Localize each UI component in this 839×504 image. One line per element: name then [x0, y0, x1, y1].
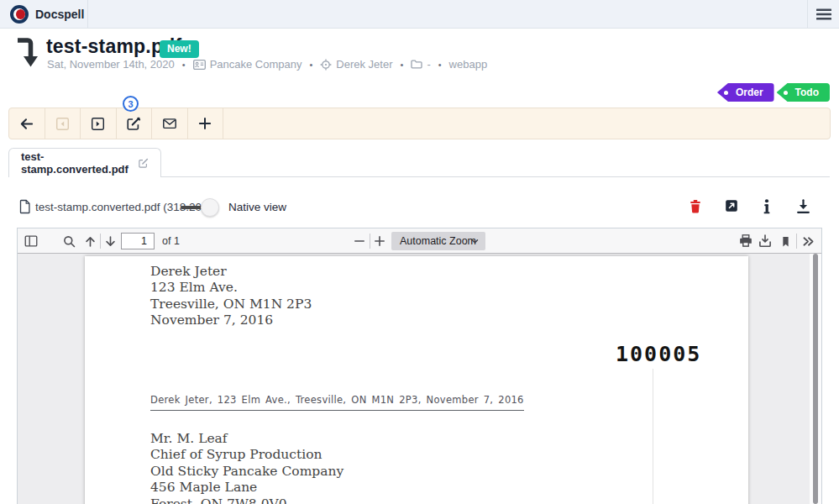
pdfjs-toolbar: of 1 Automatic Zoom [18, 228, 821, 254]
zoom-select[interactable]: Automatic Zoom [391, 232, 485, 250]
source-value: webapp [449, 58, 488, 71]
tag-todo[interactable]: Todo [777, 83, 830, 102]
arrow-up-icon [83, 234, 97, 249]
top-navbar: Docspell [0, 0, 839, 29]
pdf-canvas-area: Derek Jeter 123 Elm Ave. Treesville, ON … [18, 254, 821, 504]
page-number-input[interactable] [121, 233, 155, 249]
divider [100, 234, 101, 249]
rename-icon[interactable] [138, 156, 149, 170]
sidebar-toggle-button[interactable] [23, 233, 39, 249]
item-toolbar [8, 108, 831, 139]
correspondent-org[interactable]: Pancake Company [193, 58, 302, 71]
address-card-icon [193, 60, 206, 70]
edit-item-button[interactable] [117, 108, 153, 139]
native-view-label: Native view [228, 201, 286, 213]
scrollbar-thumb[interactable] [813, 254, 818, 504]
hamburger-icon [816, 8, 831, 20]
page-count-label: of 1 [162, 235, 180, 247]
arrow-down-icon [103, 234, 118, 249]
stamp-number: 100005 [616, 342, 701, 366]
external-link-square-icon [725, 199, 738, 213]
sender-address-block: Derek Jeter 123 Elm Ave. Treesville, ON … [150, 264, 312, 329]
add-button[interactable] [188, 108, 224, 139]
app-window: Docspell test-stamp.pdf New! Sat, Novemb… [0, 0, 839, 504]
level-down-icon [14, 35, 39, 69]
bookmark-icon [779, 234, 792, 249]
find-button[interactable] [60, 233, 77, 249]
trash-icon [689, 199, 702, 214]
new-badge: New! [160, 40, 199, 58]
double-chevron-right-icon [801, 234, 815, 249]
hamburger-menu-button[interactable] [807, 0, 839, 28]
next-page-button[interactable] [102, 233, 118, 249]
edit-icon [126, 116, 141, 131]
caret-square-left-icon [55, 117, 70, 131]
scrollbar-track[interactable] [810, 254, 821, 504]
item-metadata: Sat, November 14th, 2020 • Pancake Compa… [47, 58, 487, 71]
info-icon [761, 199, 773, 214]
letter-header-line: Derek Jeter, 123 Elm Ave., Treesville, O… [150, 394, 524, 411]
search-icon [62, 234, 76, 249]
download-attachment-button[interactable] [796, 199, 810, 214]
folder-value[interactable]: - [411, 58, 430, 71]
print-icon [738, 234, 753, 249]
zoom-select-value: Automatic Zoom [391, 235, 476, 247]
zoom-in-button[interactable] [371, 233, 388, 249]
zoom-out-button[interactable] [351, 233, 368, 249]
arrow-left-icon [18, 116, 34, 132]
tag-dot [784, 91, 788, 95]
plus-icon [373, 234, 386, 248]
tag-order[interactable]: Order [717, 83, 774, 102]
brand-label: Docspell [35, 8, 84, 21]
more-tools-button[interactable] [800, 233, 816, 249]
item-date: Sat, November 14th, 2020 [47, 58, 175, 71]
envelope-icon [162, 116, 177, 131]
pdf-page: Derek Jeter 123 Elm Ave. Treesville, ON … [85, 256, 748, 504]
sidebar-toggle-icon [24, 234, 39, 249]
save-button[interactable] [757, 233, 773, 249]
tab-label: test-stamp.converted.pdf [21, 150, 130, 176]
tag-dot [724, 91, 728, 95]
native-view-toggle[interactable] [181, 198, 219, 217]
file-icon [18, 199, 31, 214]
file-info-button[interactable] [761, 199, 773, 214]
minus-icon [353, 234, 366, 248]
caret-square-right-icon [91, 117, 105, 131]
previous-page-button[interactable] [81, 233, 98, 249]
toggle-knob[interactable] [201, 198, 219, 217]
correspondent-person[interactable]: Derek Jeter [320, 58, 392, 71]
previous-item-button [45, 108, 81, 139]
current-view-bookmark-button[interactable] [777, 233, 794, 249]
save-download-icon [758, 234, 773, 249]
fold-mark [653, 369, 653, 504]
brand-home-link[interactable]: Docspell [0, 0, 88, 28]
tab-converted-pdf[interactable]: test-stamp.converted.pdf [8, 148, 161, 177]
crosshairs-icon [320, 59, 332, 71]
divider [370, 234, 370, 249]
next-item-button[interactable] [81, 108, 117, 139]
pdf-viewer: of 1 Automatic Zoom [17, 228, 822, 504]
docspell-logo-icon [10, 5, 29, 24]
tab-bottom-divider [160, 176, 830, 177]
plus-icon [197, 116, 212, 131]
recipient-address-block: Mr. M. Leaf Chief of Syrup Production Ol… [150, 431, 343, 504]
open-in-new-tab-button[interactable] [725, 199, 738, 213]
download-icon [796, 199, 810, 214]
divider [796, 234, 797, 249]
delete-attachment-button[interactable] [689, 199, 702, 214]
folder-icon [411, 60, 422, 69]
print-button[interactable] [737, 233, 754, 249]
attachment-count-badge: 3 [123, 96, 139, 112]
attachment-header-row: test-stamp.converted.pdf (318.20K) Nativ… [0, 196, 839, 219]
back-button[interactable] [9, 108, 45, 139]
send-mail-button[interactable] [152, 108, 188, 139]
chevron-down-icon [470, 237, 480, 246]
